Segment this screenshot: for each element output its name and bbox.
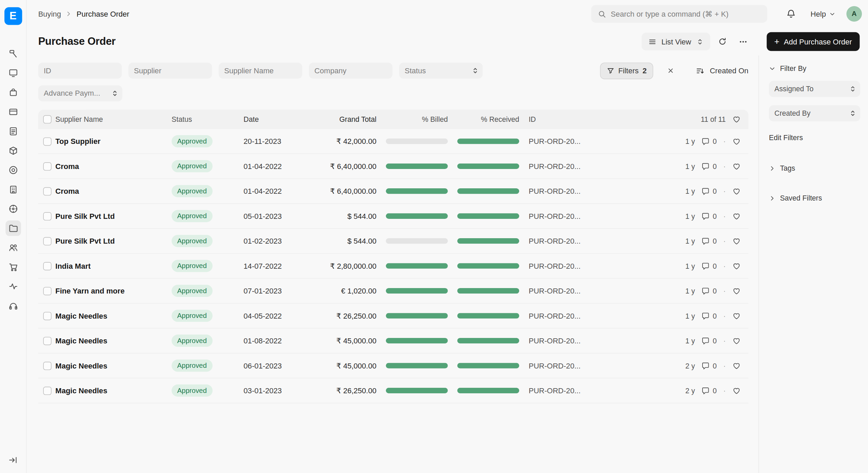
filters-button[interactable]: Filters 2 [600, 62, 653, 79]
filter-status-select[interactable]: Status [399, 62, 483, 78]
sidebar-module-users-icon[interactable] [5, 240, 21, 256]
col-header-percent-billed[interactable]: % Billed [376, 115, 448, 124]
col-header-grand-total[interactable]: Grand Total [310, 115, 376, 124]
edit-filters-link[interactable]: Edit Filters [769, 133, 803, 141]
row-supplier-name[interactable]: India Mart [55, 262, 172, 270]
filter-by-toggle[interactable]: Filter By [769, 64, 860, 72]
row-supplier-name[interactable]: Fine Yarn and more [55, 287, 172, 295]
col-header-date[interactable]: Date [243, 115, 310, 124]
filter-company-input[interactable] [309, 62, 393, 78]
table-row[interactable]: Magic Needles Approved 06-01-2023 ₹ 45,0… [38, 354, 749, 378]
like-heart-icon[interactable] [732, 287, 741, 295]
sidebar-module-cart-icon[interactable] [5, 259, 21, 275]
sidebar-module-building-icon[interactable] [5, 182, 21, 197]
row-checkbox[interactable] [43, 187, 51, 195]
table-row[interactable]: Croma Approved 01-04-2022 ₹ 6,40,000.00 … [38, 179, 749, 204]
refresh-icon[interactable] [713, 33, 731, 50]
row-checkbox[interactable] [43, 311, 51, 320]
row-checkbox[interactable] [43, 137, 51, 145]
global-search[interactable] [591, 5, 767, 23]
row-supplier-name[interactable]: Magic Needles [55, 386, 172, 395]
row-checkbox[interactable] [43, 262, 51, 270]
sidebar-module-folder-icon[interactable] [5, 221, 21, 236]
row-supplier-name[interactable]: Magic Needles [55, 361, 172, 370]
row-checkbox[interactable] [43, 386, 51, 395]
row-supplier-name[interactable]: Top Supplier [55, 137, 172, 145]
like-heart-icon[interactable] [732, 361, 741, 370]
col-header-status[interactable]: Status [172, 115, 243, 124]
like-heart-icon[interactable] [732, 386, 741, 395]
row-supplier-name[interactable]: Croma [55, 187, 172, 195]
row-supplier-name[interactable]: Magic Needles [55, 311, 172, 320]
help-menu[interactable]: Help [811, 10, 835, 18]
assigned-to-select[interactable]: Assigned To [769, 81, 860, 97]
row-checkbox[interactable] [43, 337, 51, 345]
table-row[interactable]: Pure Silk Pvt Ltd Approved 01-02-2023 $ … [38, 229, 749, 253]
tags-toggle[interactable]: Tags [769, 164, 860, 172]
row-checkbox[interactable] [43, 287, 51, 295]
col-header-percent-received[interactable]: % Received [448, 115, 519, 124]
user-avatar[interactable]: A [846, 6, 862, 22]
sidebar-module-screen-icon[interactable] [5, 65, 21, 81]
list-view-selector[interactable]: List View [642, 33, 710, 50]
sidebar-collapse-icon[interactable] [5, 452, 21, 468]
like-filter-heart-icon[interactable] [732, 115, 741, 124]
comment-count[interactable]: 0 [702, 162, 716, 170]
breadcrumb-buying[interactable]: Buying [38, 10, 61, 18]
sidebar-module-bag-icon[interactable] [5, 85, 21, 100]
row-checkbox[interactable] [43, 162, 51, 170]
search-input[interactable] [611, 10, 761, 18]
table-row[interactable]: Magic Needles Approved 03-01-2023 ₹ 26,2… [38, 378, 749, 403]
saved-filters-toggle[interactable]: Saved Filters [769, 194, 860, 202]
comment-count[interactable]: 0 [702, 311, 716, 320]
comment-count[interactable]: 0 [702, 287, 716, 295]
result-count[interactable]: 11 of 11 [701, 115, 726, 124]
clear-filters-icon[interactable] [663, 63, 678, 78]
sidebar-module-target-icon[interactable] [5, 201, 21, 217]
row-checkbox[interactable] [43, 212, 51, 220]
comment-count[interactable]: 0 [702, 337, 716, 345]
row-supplier-name[interactable]: Magic Needles [55, 337, 172, 345]
like-heart-icon[interactable] [732, 262, 741, 270]
col-header-id[interactable]: ID [519, 115, 601, 124]
sidebar-module-activity-icon[interactable] [5, 279, 21, 294]
table-row[interactable]: Magic Needles Approved 01-08-2022 ₹ 45,0… [38, 328, 749, 353]
sidebar-module-card-icon[interactable] [5, 104, 21, 120]
row-supplier-name[interactable]: Pure Silk Pvt Ltd [55, 212, 172, 220]
comment-count[interactable]: 0 [702, 262, 716, 270]
sidebar-module-donut-icon[interactable] [5, 162, 21, 178]
add-purchase-order-button[interactable]: + Add Purchase Order [767, 32, 860, 51]
created-by-select[interactable]: Created By [769, 105, 860, 121]
sidebar-module-headset-icon[interactable] [5, 298, 21, 314]
app-logo[interactable]: E [4, 7, 22, 25]
table-row[interactable]: Pure Silk Pvt Ltd Approved 05-01-2023 $ … [38, 204, 749, 229]
table-row[interactable]: Fine Yarn and more Approved 07-01-2023 €… [38, 279, 749, 303]
notifications-bell-icon[interactable] [786, 9, 796, 19]
sidebar-module-hammer-icon[interactable] [5, 46, 21, 62]
col-header-supplier-name[interactable]: Supplier Name [55, 115, 172, 124]
select-all-checkbox[interactable] [43, 115, 51, 124]
table-row[interactable]: Top Supplier Approved 20-11-2023 ₹ 42,00… [38, 129, 749, 154]
table-row[interactable]: Magic Needles Approved 04-05-2022 ₹ 26,2… [38, 304, 749, 328]
row-supplier-name[interactable]: Pure Silk Pvt Ltd [55, 237, 172, 245]
like-heart-icon[interactable] [732, 187, 741, 195]
like-heart-icon[interactable] [732, 137, 741, 145]
comment-count[interactable]: 0 [702, 361, 716, 370]
sidebar-module-doc-icon[interactable] [5, 124, 21, 139]
sort-selector[interactable]: Created On [696, 66, 749, 75]
filter-advance-payment-select[interactable]: Advance Paym... [38, 85, 122, 101]
sidebar-module-box-icon[interactable] [5, 143, 21, 158]
filter-id-input[interactable] [38, 62, 122, 78]
filter-supplier-name-input[interactable] [219, 62, 302, 78]
comment-count[interactable]: 0 [702, 386, 716, 395]
row-checkbox[interactable] [43, 361, 51, 370]
table-row[interactable]: India Mart Approved 14-07-2022 ₹ 2,80,00… [38, 254, 749, 279]
like-heart-icon[interactable] [732, 311, 741, 320]
row-checkbox[interactable] [43, 237, 51, 245]
comment-count[interactable]: 0 [702, 137, 716, 145]
like-heart-icon[interactable] [732, 212, 741, 220]
like-heart-icon[interactable] [732, 237, 741, 245]
like-heart-icon[interactable] [732, 162, 741, 170]
comment-count[interactable]: 0 [702, 237, 716, 245]
row-supplier-name[interactable]: Croma [55, 162, 172, 170]
